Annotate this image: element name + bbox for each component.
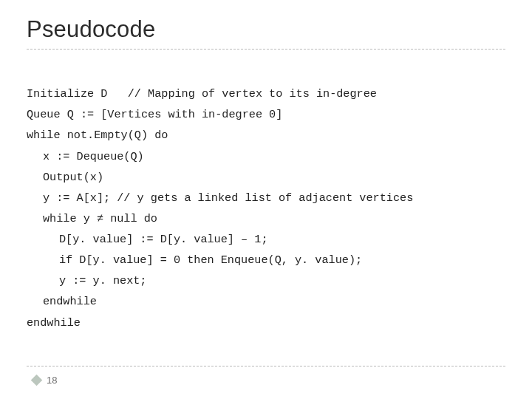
code-line: endwhile [27,316,81,330]
code-line: if D[y. value] = 0 then Enqueue(Q, y. va… [27,250,362,270]
code-line: y := y. next; [27,270,146,291]
code-line: while y ≠ null do [27,208,157,229]
pseudocode-block: Initialize D // Mapping of vertex to its… [27,63,505,354]
code-line: endwhile [27,291,97,312]
slide-title: Pseudocode [27,16,505,43]
code-line: D[y. value] := D[y. value] – 1; [27,229,268,250]
diamond-icon [31,375,43,386]
slide: Pseudocode Initialize D // Mapping of ve… [0,0,532,399]
code-line: x := Dequeue(Q) [27,146,144,167]
page-number: 18 [47,375,57,386]
code-line: y := A[x]; // y gets a linked list of ad… [27,188,413,208]
code-line: Initialize D // Mapping of vertex to its… [27,87,377,100]
code-line: Queue Q := [Vertices with in-degree 0] [27,108,282,121]
footer-divider [27,366,505,366]
code-line: Output(x) [27,167,103,188]
title-divider [27,49,505,50]
page-number-wrap: 18 [33,375,57,386]
code-line: while not.Empty(Q) do [27,129,168,142]
